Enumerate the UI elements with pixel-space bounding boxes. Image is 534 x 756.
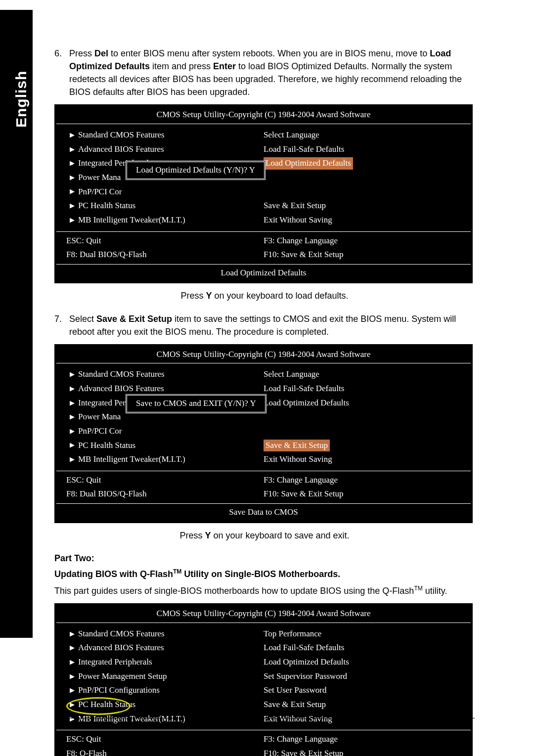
text: to enter BIOS menu after system reboots.… <box>108 48 430 58</box>
arrow-icon: ▶ <box>66 216 78 225</box>
bios-item-highlight: Load Optimized Defaults <box>264 157 353 170</box>
step-6-text: Press Del to enter BIOS menu after syste… <box>69 47 475 98</box>
help-f8: F8: Dual BIOS/Q-Flash <box>66 487 264 501</box>
arrow-icon: ▶ <box>66 686 78 695</box>
bios-box-2: CMOS Setup Utility-Copyright (C) 1984-20… <box>54 344 473 523</box>
text: utility. <box>423 586 447 596</box>
bold: Enter <box>213 61 236 71</box>
step-7: 7. Select Save & Exit Setup item to save… <box>54 312 475 338</box>
bios-item: MB Intelligent Tweaker(M.I.T.) <box>78 453 185 466</box>
text: Press <box>180 291 206 301</box>
bios-item: MB Intelligent Tweaker(M.I.T.) <box>78 214 185 226</box>
text: on your keyboard to load defaults. <box>212 291 348 301</box>
bios-item: PC Health Status <box>78 440 135 452</box>
main-content: 6. Press Del to enter BIOS menu after sy… <box>54 47 475 756</box>
help-esc: ESC: Quit <box>66 732 264 747</box>
text: Press <box>179 531 205 540</box>
bios-item: Standard CMOS Features <box>78 628 165 640</box>
bios-footer: Load Optimized Defaults <box>56 264 471 282</box>
bios-item: Load Fail-Safe Defaults <box>264 383 344 395</box>
bios-popup-save-exit: Save to CMOS and EXIT (Y/N)? Y <box>126 394 267 413</box>
arrow-icon: ▶ <box>66 658 78 667</box>
bios-item: Power Management Setup <box>78 670 167 683</box>
bios-item: Power Mana <box>78 411 121 423</box>
bios-item: Standard CMOS Features <box>78 368 165 381</box>
bios-item: Exit Without Saving <box>264 453 332 466</box>
bios-item: Advanced BIOS Features <box>78 143 164 156</box>
tm-mark: TM <box>414 585 422 592</box>
bios-header: CMOS Setup Utility-Copyright (C) 1984-20… <box>56 106 471 124</box>
bold: Y <box>205 531 211 540</box>
page-footer: GA-8I945GZME-RH Motherboard - 60 - <box>54 718 475 731</box>
help-f3: F3: Change Language <box>264 234 461 248</box>
bios-help-bar: ESC: Quit F3: Change Language F8: Q-Flas… <box>56 730 471 756</box>
bold: Save & Exit Setup <box>96 314 172 324</box>
help-f8: F8: Q-Flash <box>66 747 264 756</box>
text: Updating BIOS with Q-Flash <box>54 569 173 579</box>
bios-item: Integrated Peripherals <box>78 656 152 668</box>
bios-right-col: Select Language Load Fail-Safe Defaults … <box>264 367 461 466</box>
text: This part guides users of single-BIOS mo… <box>54 586 414 596</box>
step-7-number: 7. <box>54 312 69 338</box>
part-two-heading: Part Two: <box>54 552 475 565</box>
bold: Del <box>94 48 108 58</box>
arrow-icon: ▶ <box>66 384 78 394</box>
arrow-icon: ▶ <box>66 145 78 154</box>
bios-popup-load-defaults: Load Optimized Defaults (Y/N)? Y <box>126 161 266 180</box>
bios-item: Exit Without Saving <box>264 214 332 226</box>
bios-item: Advanced BIOS Features <box>78 642 164 654</box>
bios-item: PC Health Status <box>78 200 135 212</box>
bios-header: CMOS Setup Utility-Copyright (C) 1984-20… <box>56 346 471 364</box>
arrow-icon: ▶ <box>66 159 78 168</box>
arrow-icon: ▶ <box>66 201 78 211</box>
bios-item: Select Language <box>264 129 319 141</box>
arrow-icon: ▶ <box>66 427 78 436</box>
bios-box-3: CMOS Setup Utility-Copyright (C) 1984-20… <box>54 603 473 756</box>
bios-item: Power Mana <box>78 172 121 184</box>
bios-left-col: ▶Standard CMOS Features ▶Advanced BIOS F… <box>66 627 264 726</box>
part-two-subheading: Updating BIOS with Q-FlashTM Utility on … <box>54 568 475 580</box>
arrow-icon: ▶ <box>66 629 78 639</box>
help-esc: ESC: Quit <box>66 234 264 248</box>
tm-mark: TM <box>173 568 181 575</box>
arrow-icon: ▶ <box>66 455 78 464</box>
language-tab: English <box>10 47 33 151</box>
bios-item: Load Fail-Safe Defaults <box>264 143 344 156</box>
arrow-icon: ▶ <box>66 370 78 379</box>
text: item and press <box>150 61 213 71</box>
bios-item-highlight: Save & Exit Setup <box>264 440 330 452</box>
bios-item: Standard CMOS Features <box>78 129 165 141</box>
bios-box-1: CMOS Setup Utility-Copyright (C) 1984-20… <box>54 104 473 283</box>
bios-item: Save & Exit Setup <box>264 699 326 711</box>
footer-left: GA-8I945GZME-RH Motherboard <box>54 721 265 731</box>
bios-header: CMOS Setup Utility-Copyright (C) 1984-20… <box>56 605 471 623</box>
bios-item: PC Health Status <box>78 699 135 711</box>
arrow-icon: ▶ <box>66 412 78 422</box>
bios-footer: Save Data to CMOS <box>56 503 471 521</box>
text: Select <box>69 314 96 324</box>
bios-item: Save & Exit Setup <box>264 200 326 212</box>
help-f10: F10: Save & Exit Setup <box>264 487 461 501</box>
part-two-desc: This part guides users of single-BIOS mo… <box>54 584 475 597</box>
text: on your keyboard to save and exit. <box>211 531 349 540</box>
bios-item: Top Performance <box>264 628 321 640</box>
bios-item: Set User Password <box>264 684 327 697</box>
bios-item: Load Optimized Defaults <box>264 656 349 668</box>
arrow-icon: ▶ <box>66 399 78 408</box>
caption-1: Press Y on your keyboard to load default… <box>54 289 475 302</box>
help-f10: F10: Save & Exit Setup <box>264 747 461 756</box>
arrow-icon: ▶ <box>66 441 78 450</box>
bold: Y <box>206 291 212 301</box>
bios-item: Set Supervisor Password <box>264 670 347 683</box>
caption-2: Press Y on your keyboard to save and exi… <box>54 529 475 542</box>
arrow-icon: ▶ <box>66 131 78 140</box>
arrow-icon: ▶ <box>66 672 78 681</box>
help-f10: F10: Save & Exit Setup <box>264 248 461 262</box>
bios-item: PnP/PCI Cor <box>78 425 122 438</box>
bios-right-col: Top Performance Load Fail-Safe Defaults … <box>264 627 461 726</box>
help-f3: F3: Change Language <box>264 473 461 488</box>
step-6: 6. Press Del to enter BIOS menu after sy… <box>54 47 475 98</box>
step-7-text: Select Save & Exit Setup item to save th… <box>69 312 475 338</box>
help-f8: F8: Dual BIOS/Q-Flash <box>66 248 264 262</box>
bios-item: Load Fail-Safe Defaults <box>264 642 344 654</box>
